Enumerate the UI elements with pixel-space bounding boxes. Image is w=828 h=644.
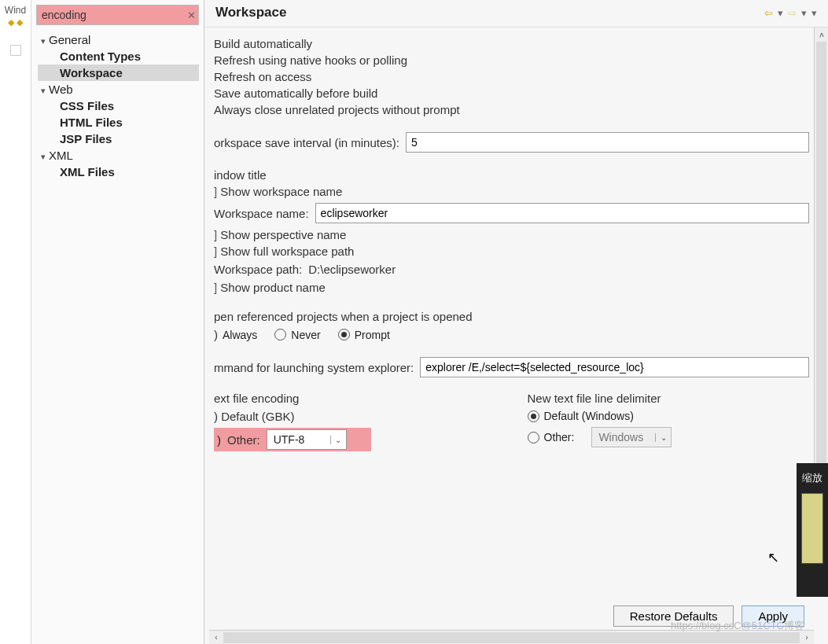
delimiter-combo: Windows ⌄ [591,427,672,447]
encoding-other-label[interactable]: Other: [227,433,260,447]
filter-box[interactable]: ✕ [36,5,199,25]
header-toolbar: ⇦ ▾ ⇨ ▾ ▾ [764,7,817,19]
zoom-label: 缩放 [797,471,828,485]
encoding-heading: ext file encoding [214,392,496,405]
ws-path-label: Workspace path: [214,263,302,276]
preferences-tree-panel: ✕ General Content Types Workspace Web CS… [31,0,204,644]
delimiter-other[interactable]: Other: [528,431,575,443]
menu-icon[interactable]: ▾ [811,7,817,19]
left-toolstrip: Wind ◆ ◆ [0,0,31,644]
ws-name-label: Workspace name: [214,207,309,220]
preferences-tree: General Content Types Workspace Web CSS … [36,31,199,180]
radio-prompt[interactable]: Prompt [338,329,390,341]
save-interval-input[interactable] [406,132,809,153]
radio-always[interactable]: )Always [214,328,257,341]
delimiter-group: New text file line delimiter Default (Wi… [528,392,810,456]
chevron-down-icon[interactable]: ⌄ [330,436,346,444]
main-panel: Workspace ⇦ ▾ ⇨ ▾ ▾ ʌ v Build automatica… [204,0,828,644]
chevron-down-icon: ⌄ [655,433,671,442]
save-interval-row: orkspace save interval (in minutes): [214,132,809,153]
chk-show-full-path[interactable]: Show full workspace path [214,245,809,258]
encoding-default[interactable]: ) Default (GBK) [214,410,496,423]
forward-icon[interactable]: ⇨ [788,7,797,19]
zoom-thumbnail [801,493,823,564]
page-header: Workspace ⇦ ▾ ⇨ ▾ ▾ [204,0,828,28]
explorer-row: mmand for launching system explorer: [214,357,809,377]
tree-node-content-types[interactable]: Content Types [38,48,199,64]
opt-refresh-native[interactable]: Refresh using native hooks or polling [214,53,809,67]
tree-node-jsp-files[interactable]: JSP Files [38,131,199,147]
chk-show-product[interactable]: Show product name [214,281,809,294]
scroll-right-icon[interactable]: › [800,633,814,642]
forward-menu-icon[interactable]: ▾ [801,7,807,19]
opt-close-unrelated[interactable]: Always close unrelated projects without … [214,103,809,116]
opt-save-before-build[interactable]: Save automatically before build [214,86,809,100]
opt-build-auto[interactable]: Build automatically [214,37,809,50]
scroll-left-icon[interactable]: ‹ [209,633,223,642]
sidebar-tab-icon[interactable] [10,45,21,56]
ws-name-input[interactable] [315,203,809,223]
delimiter-heading: New text file line delimiter [528,392,810,405]
open-ref-heading: pen referenced projects when a project i… [214,310,809,323]
encoding-combo[interactable]: UTF-8 ⌄ [267,429,347,450]
tree-node-xml[interactable]: XML [38,147,199,164]
tree-node-general[interactable]: General [38,31,199,48]
back-menu-icon[interactable]: ▾ [778,7,783,19]
tree-node-css-files[interactable]: CSS Files [38,98,199,114]
clear-filter-icon[interactable]: ✕ [184,9,198,21]
tree-node-workspace[interactable]: Workspace [38,64,199,81]
encoding-group: ext file encoding ) Default (GBK) ) Othe… [214,392,496,456]
tree-node-web[interactable]: Web [38,81,199,98]
page-title: Workspace [215,5,286,20]
window-title-frag: Wind [0,5,31,16]
window-title-heading: indow title [214,168,809,182]
radio-never[interactable]: Never [274,329,320,341]
zoom-overlay[interactable]: 缩放 [797,463,828,597]
watermark: https://blog.csC@51CTC博客 [671,619,804,633]
tree-node-xml-files[interactable]: XML Files [38,164,199,180]
tree-node-html-files[interactable]: HTML Files [38,114,199,131]
explorer-label: mmand for launching system explorer: [214,361,414,374]
back-icon[interactable]: ⇦ [764,7,773,19]
explorer-input[interactable] [420,357,809,377]
delimiter-default[interactable]: Default (Windows) [528,410,634,422]
scroll-up-icon[interactable]: ʌ [815,28,828,42]
toolbar-icons-left: ◆ ◆ [0,16,31,29]
mouse-cursor-icon: ↖ [767,549,779,566]
ws-path-value: D:\eclipseworker [308,263,396,276]
chk-show-perspective[interactable]: Show perspective name [214,228,809,241]
filter-input[interactable] [37,7,184,23]
chk-show-ws-name[interactable]: Show workspace name [214,185,809,198]
save-interval-label: orkspace save interval (in minutes): [214,136,399,149]
content-area: ʌ v Build automatically Refresh using na… [204,28,828,599]
opt-refresh-access[interactable]: Refresh on access [214,70,809,83]
